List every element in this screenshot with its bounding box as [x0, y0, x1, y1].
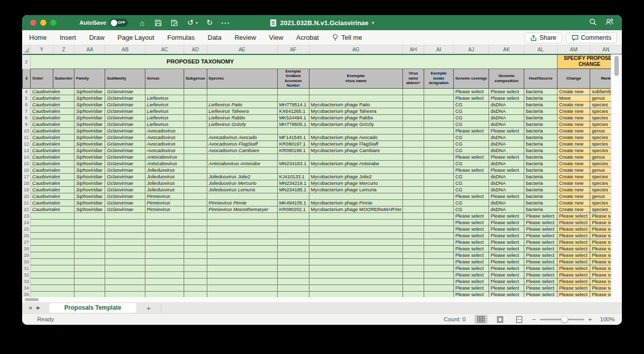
tell-me-button[interactable]: Tell me — [332, 34, 362, 41]
cell[interactable] — [277, 232, 309, 239]
cell[interactable]: Please select — [453, 95, 489, 101]
cell[interactable] — [184, 219, 207, 226]
row-header[interactable]: 32 — [23, 271, 31, 278]
cell[interactable] — [74, 285, 105, 291]
fullscreen-window-button[interactable] — [50, 20, 56, 26]
cell[interactable]: dsDNA — [489, 147, 524, 154]
cell[interactable] — [403, 95, 424, 101]
column-header-AE[interactable]: AE — [207, 45, 277, 54]
cell[interactable]: Mycobacterium phage Pinnie — [309, 199, 403, 206]
share-button[interactable]: Share — [525, 32, 561, 43]
cell[interactable]: Caudovirales — [31, 108, 74, 114]
cell[interactable]: Siphoviridae — [74, 173, 105, 180]
cell[interactable]: Please select — [453, 127, 489, 134]
cell[interactable]: Please select — [489, 285, 524, 291]
cell[interactable]: Caudovirales — [31, 160, 74, 167]
cell[interactable] — [74, 213, 105, 219]
cell[interactable]: Jolieduovirus — [145, 167, 184, 173]
row-header[interactable]: 28 — [23, 245, 31, 252]
cell[interactable]: Gclasvirinae — [105, 206, 145, 213]
cell[interactable]: Avocadovirus — [145, 134, 184, 140]
cell[interactable]: Please select — [524, 285, 557, 291]
cell[interactable]: Liefievirus Grizzly — [207, 121, 277, 127]
horizontal-scrollbar[interactable] — [22, 297, 622, 302]
cell[interactable] — [277, 271, 309, 278]
table-header-order[interactable]: Order — [31, 68, 53, 88]
cell[interactable] — [105, 285, 145, 291]
cell[interactable] — [105, 219, 145, 226]
cell[interactable] — [145, 226, 184, 232]
cell[interactable]: CG — [453, 173, 489, 180]
cell[interactable] — [309, 245, 403, 252]
cell[interactable] — [207, 291, 277, 297]
cell[interactable]: Caudovirales — [31, 167, 74, 173]
cell[interactable] — [207, 278, 277, 285]
cell[interactable]: CG — [453, 121, 489, 127]
cell[interactable]: bacteria — [524, 95, 557, 101]
cell[interactable] — [424, 154, 454, 160]
cell[interactable] — [184, 173, 207, 180]
cell[interactable]: bacteria — [524, 154, 557, 160]
cell[interactable]: Siphoviridae — [74, 147, 105, 154]
cell[interactable] — [403, 147, 424, 154]
ribbon-tab-insert[interactable]: Insert — [60, 34, 76, 41]
cell[interactable]: Create new — [557, 114, 590, 121]
row-header[interactable]: 34 — [23, 285, 31, 291]
cell[interactable] — [207, 285, 277, 291]
cell[interactable] — [403, 291, 424, 297]
cell[interactable]: Avocadovirus — [145, 140, 184, 147]
table-header-exemplar[interactable]: Exemplar isolate designation — [424, 68, 454, 88]
cell[interactable] — [184, 180, 207, 186]
cell[interactable]: Move — [557, 95, 590, 101]
cell[interactable] — [424, 160, 454, 167]
cell[interactable] — [403, 160, 424, 167]
cell[interactable]: Caudovirales — [31, 173, 74, 180]
cell[interactable] — [424, 232, 454, 239]
cell[interactable]: Antsirabevirus Antsirabe — [207, 160, 277, 167]
column-header-AK[interactable]: AK — [489, 45, 524, 54]
table-header-subfamily[interactable]: Subfamily — [105, 68, 145, 88]
row-header[interactable]: 5 — [23, 95, 31, 101]
cell[interactable]: MK494105.1 — [277, 199, 309, 206]
save-icon[interactable] — [154, 19, 163, 27]
cell[interactable] — [403, 121, 424, 127]
cell[interactable] — [403, 271, 424, 278]
cell[interactable] — [424, 127, 454, 134]
cell[interactable] — [31, 219, 74, 226]
cell[interactable] — [424, 167, 454, 173]
cell[interactable]: Mycobacterium phage Jolie2 — [309, 173, 403, 180]
cell[interactable]: Please select — [557, 271, 590, 278]
cell[interactable] — [424, 278, 454, 285]
cell[interactable]: Mycobacterium phage Avocado — [309, 134, 403, 140]
cell[interactable]: Siphoviridae — [74, 167, 105, 173]
row-header[interactable]: 13 — [23, 147, 31, 154]
cell[interactable]: Please select — [489, 278, 524, 285]
cell[interactable]: Siphoviridae — [74, 180, 105, 186]
cell[interactable]: Siphoviridae — [74, 127, 105, 134]
cell[interactable]: Please select — [489, 245, 524, 252]
cell[interactable] — [277, 265, 309, 271]
previous-sheet-icon[interactable]: ◀ — [28, 305, 32, 310]
table-header-genome[interactable]: Genome composition — [489, 68, 524, 88]
cell[interactable] — [184, 127, 207, 134]
cell[interactable] — [309, 258, 403, 265]
cell[interactable] — [145, 232, 184, 239]
ribbon-tab-data[interactable]: Data — [208, 34, 221, 41]
cell[interactable] — [74, 278, 105, 285]
cell[interactable] — [424, 108, 454, 114]
ribbon-tab-draw[interactable]: Draw — [89, 34, 104, 41]
cell[interactable]: Please select — [524, 252, 557, 258]
cell[interactable]: Gclasvirinae — [105, 199, 145, 206]
cell[interactable] — [277, 213, 309, 219]
cell[interactable] — [424, 291, 454, 297]
cell[interactable]: Gclasvirinae — [105, 193, 145, 199]
cell[interactable]: bacteria — [524, 147, 557, 154]
cell[interactable]: Mycobacterium phage Antsirabe — [309, 160, 403, 167]
cell[interactable] — [403, 265, 424, 271]
cell[interactable]: Please select — [453, 258, 489, 265]
cell[interactable]: Liefievirus Taheera — [207, 108, 277, 114]
zoom-slider[interactable] — [540, 319, 584, 320]
column-header-AB[interactable]: AB — [105, 45, 145, 54]
page-break-view-button[interactable] — [513, 315, 526, 324]
column-header-Y[interactable]: Y — [31, 45, 53, 54]
